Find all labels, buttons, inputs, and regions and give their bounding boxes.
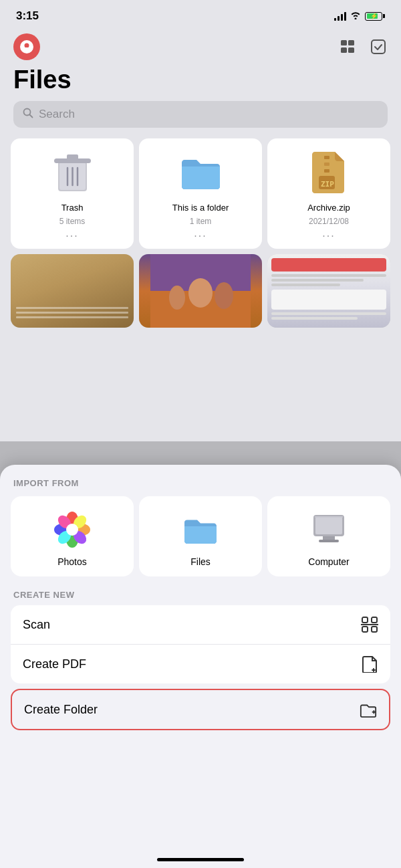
file-name-folder: This is a folder [172,203,229,213]
file-more-folder[interactable]: ··· [194,230,207,242]
photo-app-screen[interactable] [267,254,390,328]
app-header [0,28,401,63]
svg-line-8 [30,115,33,118]
svg-rect-17 [324,162,329,166]
app-screen-content [267,254,390,324]
import-card-files[interactable]: Files [139,496,262,576]
search-icon [23,108,33,121]
file-meta-folder: 1 item [190,217,212,226]
file-more-trash[interactable]: ··· [65,230,78,242]
classroom-photo [139,254,262,328]
battery-icon: ⚡ [365,12,385,21]
checklist-icon[interactable] [369,37,388,56]
page-title: Files [13,66,388,94]
status-icons: ⚡ [334,11,385,21]
file-meta-trash: 5 items [59,217,86,226]
create-section-label: CREATE NEW [0,590,401,605]
page-title-section: Files [0,63,401,101]
signal-icon [334,11,346,21]
file-name-trash: Trash [61,203,84,213]
scan-icon [361,616,378,633]
import-section-label: IMPORT FROM [0,478,401,496]
create-folder-label: Create Folder [24,703,98,717]
header-icons [340,37,388,56]
home-indicator [157,858,244,861]
svg-rect-3 [348,40,354,45]
photo-classroom[interactable] [139,254,262,328]
import-label-files: Files [190,556,211,567]
file-meta-zip: 2021/12/08 [309,217,349,226]
svg-rect-39 [315,516,343,518]
photo-row [0,254,401,328]
receipt-lines [16,307,128,321]
svg-rect-41 [372,617,377,623]
create-folder-icon [360,701,377,718]
svg-rect-12 [67,154,78,160]
status-time: 3:15 [16,9,39,23]
file-card-trash[interactable]: Trash 5 items ··· [11,138,134,249]
photos-icon [52,510,92,550]
svg-rect-5 [348,47,354,53]
svg-text:ZIP: ZIP [321,180,334,189]
files-grid: Trash 5 items ··· This is a folder 1 ite… [0,138,401,249]
file-card-folder[interactable]: This is a folder 1 item ··· [139,138,262,249]
list-view-icon[interactable] [340,37,358,56]
import-card-computer[interactable]: Computer [267,496,390,576]
zip-icon: ZIP [305,148,353,196]
import-grid: Photos Files Comp [0,496,401,590]
svg-rect-18 [324,169,329,173]
trash-icon [48,148,96,196]
status-bar: 3:15 ⚡ [0,0,401,28]
folder-icon [176,148,225,196]
computer-icon [309,510,349,550]
svg-rect-16 [324,156,329,159]
svg-point-34 [66,524,78,536]
search-placeholder: Search [39,108,75,121]
svg-rect-38 [319,540,339,542]
app-screen-photo [267,254,390,328]
photo-receipt[interactable] [11,254,134,328]
svg-point-1 [25,43,29,48]
file-more-zip[interactable]: ··· [322,230,335,242]
create-folder-wrapper[interactable]: Create Folder [11,689,390,730]
app-logo[interactable] [13,33,40,60]
wifi-icon [350,11,361,21]
file-card-zip[interactable]: ZIP Archive.zip 2021/12/08 ··· [267,138,390,249]
create-pdf-label: Create PDF [23,657,86,671]
receipt-photo [11,254,134,328]
bottom-sheet: IMPORT FROM Photos [0,465,401,868]
files-icon [180,510,221,550]
svg-point-24 [169,286,185,310]
svg-rect-40 [362,617,368,623]
menu-item-create-folder[interactable]: Create Folder [12,690,389,729]
search-bar[interactable]: Search [13,101,388,128]
file-name-zip: Archive.zip [307,203,350,213]
svg-point-25 [215,282,233,309]
svg-point-23 [188,278,213,308]
svg-rect-37 [323,536,335,540]
import-card-photos[interactable]: Photos [11,496,134,576]
svg-rect-2 [341,40,347,45]
svg-rect-42 [362,627,368,632]
create-pdf-icon [361,655,378,673]
import-label-computer: Computer [308,556,349,567]
svg-rect-36 [315,517,342,534]
svg-rect-43 [372,627,377,632]
create-menu: Scan Create PDF [11,605,390,683]
menu-item-create-pdf[interactable]: Create PDF [11,645,390,683]
menu-item-scan[interactable]: Scan [11,605,390,645]
scan-label: Scan [23,618,50,632]
svg-rect-4 [341,47,347,53]
import-label-photos: Photos [57,556,87,567]
svg-rect-6 [372,40,385,53]
